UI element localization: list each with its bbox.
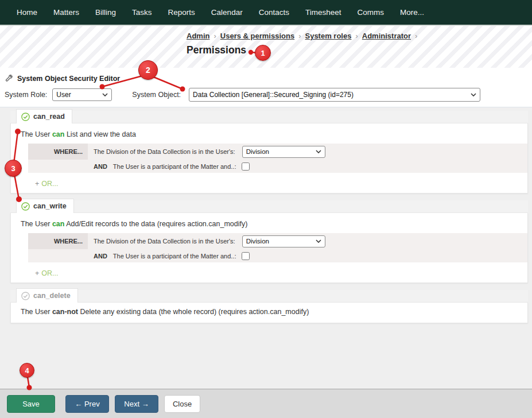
participant-checkbox[interactable]: [242, 162, 250, 171]
next-button[interactable]: Next →: [115, 395, 158, 413]
where-row: WHERE... The Division of the Data Collec…: [28, 233, 527, 249]
system-role-label: System Role:: [5, 91, 47, 99]
system-role-value: User: [56, 91, 71, 99]
save-button[interactable]: Save: [7, 395, 55, 413]
nav-item-home[interactable]: Home: [17, 8, 37, 17]
can-read-where-clause: WHERE... The Division of the Data Collec…: [28, 144, 527, 173]
permissions-panel: can_read The User can List and view the …: [0, 107, 532, 389]
chevron-down-icon: [316, 150, 321, 153]
desc-verb: can-not: [52, 308, 78, 316]
desc-prefix: The User: [21, 220, 50, 228]
nav-item-calendar[interactable]: Calendar: [211, 8, 243, 17]
permission-disabled-check-icon: [21, 292, 30, 300]
nav-item-more[interactable]: More...: [400, 8, 424, 17]
condition-text: The Division of the Data Collection is i…: [94, 148, 235, 155]
can-write-label: can_write: [33, 202, 67, 210]
nav-item-reports[interactable]: Reports: [168, 8, 195, 17]
where-label-spacer: [28, 249, 88, 262]
nav-item-timesheet[interactable]: Timesheet: [305, 8, 341, 17]
plus-icon: +: [35, 180, 39, 188]
system-role-select[interactable]: User: [52, 88, 112, 101]
where-label: WHERE...: [28, 144, 88, 160]
breadcrumb: Admin›Users & permissions›System roles›A…: [187, 32, 421, 40]
or-label: OR...: [41, 180, 58, 188]
nav-item-comms[interactable]: Comms: [357, 8, 384, 17]
system-object-label: System Object:: [132, 91, 181, 99]
can-delete-label: can_delete: [33, 292, 71, 300]
can-read-tab[interactable]: can_read: [16, 109, 72, 123]
can-delete-header: can_delete: [10, 290, 528, 303]
permission-enabled-check-icon: [21, 202, 30, 211]
nav-item-tasks[interactable]: Tasks: [132, 8, 152, 17]
system-object-select[interactable]: Data Collection [General]::Secured_Signi…: [189, 88, 480, 102]
breadcrumb-separator: ›: [213, 32, 216, 40]
breadcrumb-system-roles[interactable]: System roles: [305, 32, 351, 40]
chevron-down-icon: [102, 93, 108, 96]
close-button[interactable]: Close: [164, 395, 200, 413]
security-editor-toolbar: System Object Security Editor System Rol…: [0, 68, 532, 107]
desc-prefix: The User: [21, 130, 50, 138]
section-can-read: can_read The User can List and view the …: [10, 111, 528, 193]
breadcrumb-separator: ›: [355, 32, 358, 40]
condition-text: The Division of the Data Collection is i…: [94, 238, 235, 245]
breadcrumb-separator: ›: [415, 32, 417, 40]
can-read-description: The User can List and view the data: [11, 123, 527, 138]
breadcrumb-administrator[interactable]: Administrator: [362, 32, 411, 40]
division-select[interactable]: Division: [242, 235, 325, 247]
division-select[interactable]: Division: [242, 146, 325, 158]
system-object-value: Data Collection [General]::Secured_Signi…: [193, 91, 354, 99]
editor-title: System Object Security Editor: [17, 75, 120, 83]
top-nav: Home Matters Billing Tasks Reports Calen…: [0, 0, 532, 25]
where-label: WHERE...: [28, 233, 88, 249]
plus-icon: +: [35, 269, 39, 277]
desc-verb: can: [52, 220, 65, 228]
add-or-link[interactable]: +OR...: [35, 180, 527, 188]
condition-text: The User is a participant of the Matter …: [113, 253, 236, 260]
can-write-tab[interactable]: can_write: [16, 199, 74, 213]
editor-form-row: System Role: User System Object: Data Co…: [5, 88, 532, 102]
can-delete-tab[interactable]: can_delete: [16, 288, 78, 303]
annotation-badge-4: 4: [20, 363, 34, 378]
permission-enabled-check-icon: [21, 113, 30, 121]
can-write-header: can_write: [10, 200, 528, 213]
page: Home Matters Billing Tasks Reports Calen…: [0, 0, 532, 418]
breadcrumb-separator: ›: [298, 32, 301, 40]
annotation-badge-2: 2: [138, 60, 158, 80]
editor-heading: System Object Security Editor: [0, 68, 532, 83]
nav-item-contacts[interactable]: Contacts: [259, 8, 289, 17]
page-title: Permissions: [187, 44, 246, 56]
section-can-write: can_write The User can Add/Edit records …: [10, 200, 528, 283]
can-delete-description: The User can-not Delete any existing dat…: [11, 303, 527, 316]
where-label-spacer: [28, 160, 88, 173]
breadcrumb-users-permissions[interactable]: Users & permissions: [220, 32, 294, 40]
desc-rest: Delete any existing data (the whole reco…: [80, 308, 309, 316]
can-write-where-clause: WHERE... The Division of the Data Collec…: [28, 233, 527, 262]
can-read-label: can_read: [33, 113, 65, 121]
can-read-header: can_read: [10, 111, 528, 123]
where-row: WHERE... The Division of the Data Collec…: [28, 144, 527, 160]
desc-rest: Add/Edit records to the data (requires a…: [66, 220, 247, 228]
chevron-down-icon: [471, 93, 476, 96]
division-value: Division: [246, 238, 269, 245]
desc-rest: List and view the data: [67, 130, 136, 138]
wrench-icon: [5, 75, 13, 83]
desc-prefix: The User: [21, 308, 50, 316]
add-or-link[interactable]: +OR...: [35, 269, 527, 277]
and-label: AND: [94, 253, 107, 260]
and-label: AND: [94, 163, 107, 170]
prev-button[interactable]: ← Prev: [65, 395, 109, 413]
can-read-body: The User can List and view the data WHER…: [10, 123, 528, 193]
annotation-badge-3: 3: [5, 160, 22, 177]
or-label: OR...: [41, 269, 58, 277]
nav-item-matters[interactable]: Matters: [53, 8, 79, 17]
chevron-down-icon: [316, 239, 321, 243]
annotation-badge-1: 1: [255, 45, 271, 61]
nav-item-billing[interactable]: Billing: [95, 8, 116, 17]
desc-verb: can: [52, 130, 65, 138]
section-can-delete: can_delete The User can-not Delete any e…: [10, 290, 528, 323]
can-write-description: The User can Add/Edit records to the dat…: [11, 213, 527, 228]
participant-checkbox[interactable]: [242, 252, 250, 260]
and-row: AND The User is a participant of the Mat…: [28, 160, 527, 173]
condition-text: The User is a participant of the Matter …: [113, 163, 236, 170]
breadcrumb-admin[interactable]: Admin: [187, 32, 209, 40]
